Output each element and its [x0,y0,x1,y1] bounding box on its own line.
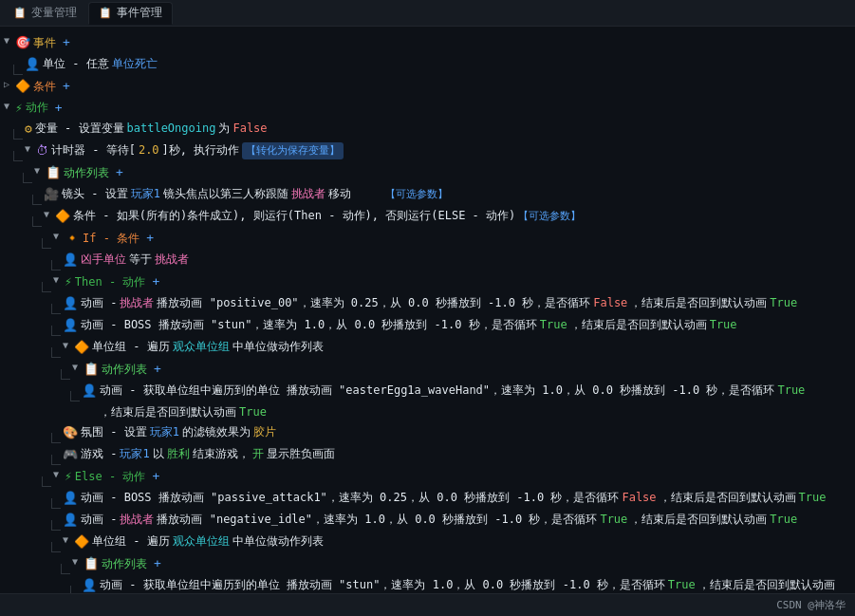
action-list-expand[interactable]: ▼ [34,163,46,178]
unit-icon: 👤 [25,55,40,75]
event-plus[interactable]: + [63,33,70,53]
transform-tag[interactable]: 【转化为保存变量】 [242,142,344,159]
anim2-node: 👤 动画 - BOSS 播放动画 "stun"，速率为 1.0，从 0.0 秒播… [0,315,855,337]
game1-label: 游戏 - 玩家1 以 胜利 结束游戏， 开 显示胜负画面 [81,445,335,463]
conn19 [51,520,61,531]
if-icon: 🔸 [65,229,80,249]
anim3-icon: 👤 [82,382,97,401]
ug2-expand[interactable]: ▼ [63,532,74,548]
event-text: 事件 [33,34,56,52]
unit-group2-node: ▼ 🔶 单位组 - 遍历 观众单位组 中单位做动作列表 [0,532,855,553]
condition-label: 条件 + [33,77,70,97]
anim2-icon: 👤 [63,316,78,336]
al3-icon: 📋 [84,554,99,574]
al3-plus[interactable]: + [154,554,161,574]
else-expand[interactable]: ▼ [53,467,65,482]
if-expand[interactable]: ▼ [44,207,55,222]
conn2 [13,129,23,140]
then-plus[interactable]: + [152,272,159,292]
action-main-text: 动作 [26,99,48,117]
conn3 [13,151,23,161]
condition-plus[interactable]: + [63,77,70,97]
conn12 [51,347,61,358]
conn11 [51,326,61,336]
al3-label: 动作列表 + [102,554,161,574]
killer-label: 凶手单位 等于 挑战者 [81,251,189,269]
then-label: Then - 动作 + [75,272,159,292]
var-set-label: 变量 - 设置变量 battleOngoing 为 False [35,120,268,138]
conn15 [51,433,61,443]
ug-expand[interactable]: ▼ [63,338,74,353]
al2-expand[interactable]: ▼ [72,360,84,375]
anim2-label: 动画 - BOSS 播放动画 "stun"，速率为 1.0，从 0.0 秒播放到… [81,316,737,334]
anim5-icon: 👤 [63,511,78,531]
al2-label: 动作列表 + [102,360,161,380]
camera-label: 镜头 - 设置 玩家1 镜头焦点以第三人称跟随 挑战者 移动 【可选参数】 [62,185,448,203]
ug2-icon: 🔶 [74,532,89,552]
killer-icon: 👤 [63,251,78,271]
unit-death-text[interactable]: 单位死亡 [112,55,158,73]
if-inner-expand[interactable]: ▼ [53,229,65,244]
anim1-icon: 👤 [63,294,78,314]
timer-label: 计时器 - 等待[ 2.0 ]秒, 执行动作 【转化为保存变量】 [51,141,344,159]
tab-variable[interactable]: 📋 变量管理 [4,2,86,25]
if-cond-icon: 🔶 [55,207,70,227]
conn10 [51,304,61,314]
anim5-label: 动画 - 挑战者 播放动画 "negative_idle"，速率为 1.0，从 … [81,511,797,529]
anim3-label: 动画 - 获取单位组中遍历到的单位 播放动画 "easterEgg1a_wave… [100,382,855,420]
else-label: Else - 动作 + [75,467,159,487]
if-node: ▼ 🔸 If - 条件 + [0,228,855,250]
action-list-plus[interactable]: + [116,163,123,183]
action-list3-node: ▼ 📋 动作列表 + [0,553,855,575]
action-list-label: 动作列表 + [64,163,123,183]
conn18 [51,498,61,509]
game1-node: 🎮 游戏 - 玩家1 以 胜利 结束游戏， 开 显示胜负画面 [0,444,855,466]
if-condition-node: ▼ 🔶 条件 - 如果(所有的)条件成立), 则运行(Then - 动作), 否… [0,206,855,228]
condition-node: ▷ 🔶 条件 + [0,76,855,98]
killer-unit-node: 👤 凶手单位 等于 挑战者 [0,250,855,271]
al3-expand[interactable]: ▼ [72,554,84,569]
tab-bar: 📋 变量管理 📋 事件管理 [0,0,855,27]
unit-label: 单位 - 任意 单位死亡 [43,55,158,73]
event-expand[interactable]: ▼ [4,33,15,48]
conn4 [23,173,32,183]
action-main-expand[interactable]: ▼ [4,99,15,114]
event-node: ▼ 🎯 事件 + [0,32,855,54]
anim6-node: 👤 动画 - 获取单位组中遍历到的单位 播放动画 "stun"，速率为 1.0，… [0,575,855,593]
camera-node: 🎥 镜头 - 设置 玩家1 镜头焦点以第三人称跟随 挑战者 移动 【可选参数】 [0,184,855,206]
bottom-bar: CSDN @神洛华 [0,593,855,616]
var-icon: ⚙ [25,120,32,140]
anim6-icon: 👤 [82,576,97,593]
else-node: ▼ ⚡ Else - 动作 + [0,466,855,488]
anim4-label: 动画 - BOSS 播放动画 "passive_attack1"，速率为 0.2… [81,489,826,507]
if-optional[interactable]: 【可选参数】 [518,208,581,225]
camera-optional[interactable]: 【可选参数】 [354,186,448,203]
condition-icon: 🔶 [15,77,30,97]
unit-death-node: 👤 单位 - 任意 单位死亡 [0,54,855,76]
if-plus[interactable]: + [146,229,154,249]
anim4-node: 👤 动画 - BOSS 播放动画 "passive_attack1"，速率为 0… [0,488,855,510]
conn1 [13,65,23,75]
al2-plus[interactable]: + [154,360,161,380]
al2-icon: 📋 [84,360,99,380]
tab-variable-label: 变量管理 [31,5,77,21]
conn17 [42,476,51,487]
tab-event[interactable]: 📋 事件管理 [88,2,173,25]
conn8 [51,260,61,271]
then-node: ▼ ⚡ Then - 动作 + [0,271,855,293]
unit-group-node: ▼ 🔶 单位组 - 遍历 观众单位组 中单位做动作列表 [0,337,855,359]
anim3-node: 👤 动画 - 获取单位组中遍历到的单位 播放动画 "easterEgg1a_wa… [0,381,855,421]
action-main-label: 动作 + [26,99,63,119]
event-label: 事件 + [33,33,70,53]
if-cond-label: 条件 - 如果(所有的)条件成立), 则运行(Then - 动作), 否则运行(… [73,207,581,225]
then-icon: ⚡ [65,272,72,292]
conn5 [32,195,42,205]
conn20 [51,542,61,552]
action-main-plus[interactable]: + [55,99,63,119]
condition-expand[interactable]: ▷ [4,77,15,92]
timer-expand[interactable]: ▼ [25,141,36,157]
app-root: 📋 变量管理 📋 事件管理 ▼ 🎯 事件 + 👤 单位 - 任意 [0,0,855,616]
then-expand[interactable]: ▼ [53,272,65,288]
action-list2-node: ▼ 📋 动作列表 + [0,359,855,381]
else-plus[interactable]: + [152,467,159,487]
